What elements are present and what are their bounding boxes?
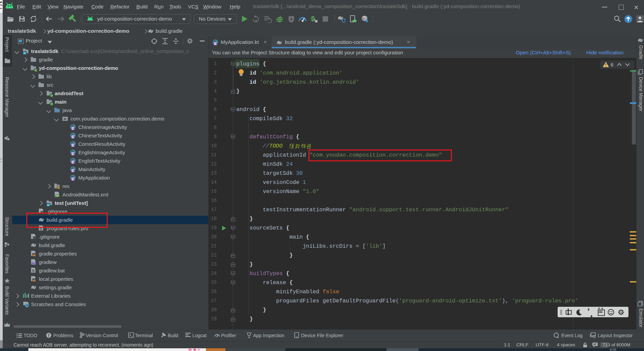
- svg-text:A: A: [255, 19, 257, 23]
